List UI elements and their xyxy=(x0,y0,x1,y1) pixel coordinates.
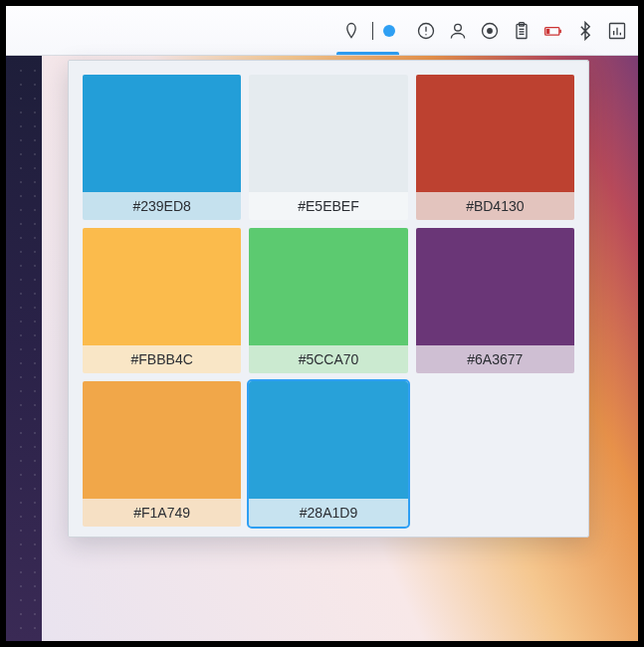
swatch-label: #BD4130 xyxy=(416,192,574,220)
color-swatch[interactable]: #5CCA70 xyxy=(249,228,407,373)
color-swatch[interactable]: #BD4130 xyxy=(416,75,574,220)
swatch-chip xyxy=(249,381,407,499)
swatch-label: #E5EBEF xyxy=(249,192,407,220)
swatch-label: #28A1D9 xyxy=(249,499,407,527)
swatch-label: #6A3677 xyxy=(416,345,574,373)
color-swatch[interactable]: #6A3677 xyxy=(416,228,574,373)
swatch-chip xyxy=(416,75,574,192)
svg-rect-12 xyxy=(559,29,561,32)
swatch-label: #239ED8 xyxy=(83,192,241,220)
dock-edge xyxy=(6,56,42,641)
tray-divider xyxy=(372,22,373,40)
user-outline-icon[interactable] xyxy=(447,20,469,42)
swatch-chip xyxy=(249,228,407,345)
swatch-chip xyxy=(249,75,407,192)
eye-circle-icon[interactable] xyxy=(479,20,501,42)
swatch-chip xyxy=(83,75,241,192)
color-swatch[interactable]: #E5EBEF xyxy=(249,75,407,220)
system-top-panel xyxy=(6,6,638,56)
svg-point-2 xyxy=(425,34,426,35)
desktop: #239ED8#E5EBEF#BD4130#FBBB4C#5CCA70#6A36… xyxy=(6,6,638,641)
swatch-grid: #239ED8#E5EBEF#BD4130#FBBB4C#5CCA70#6A36… xyxy=(83,75,574,527)
alert-circle-icon[interactable] xyxy=(415,20,437,42)
swatch-chip xyxy=(83,381,241,499)
swatch-chip xyxy=(83,228,241,345)
battery-low-icon[interactable] xyxy=(542,20,564,42)
system-tray xyxy=(411,20,632,42)
bluetooth-icon[interactable] xyxy=(574,20,596,42)
color-swatch[interactable]: #239ED8 xyxy=(83,75,241,220)
swatch-label: #FBBB4C xyxy=(83,345,241,373)
swatch-chip xyxy=(416,228,574,345)
clipboard-icon[interactable] xyxy=(511,20,533,42)
swatch-label: #F1A749 xyxy=(83,499,241,527)
color-picker-tray-item[interactable] xyxy=(332,6,403,55)
color-swatch[interactable]: #28A1D9 xyxy=(249,381,407,527)
color-history-popup: #239ED8#E5EBEF#BD4130#FBBB4C#5CCA70#6A36… xyxy=(68,60,589,538)
swatch-label: #5CCA70 xyxy=(249,345,407,373)
color-swatch[interactable]: #F1A749 xyxy=(83,381,241,527)
eyedropper-icon xyxy=(340,20,362,42)
panel-meter-icon[interactable] xyxy=(606,20,628,42)
color-swatch[interactable]: #FBBB4C xyxy=(83,228,241,373)
current-color-dot xyxy=(383,25,395,37)
svg-point-5 xyxy=(487,28,493,34)
svg-rect-13 xyxy=(546,28,549,33)
svg-point-3 xyxy=(455,24,462,31)
